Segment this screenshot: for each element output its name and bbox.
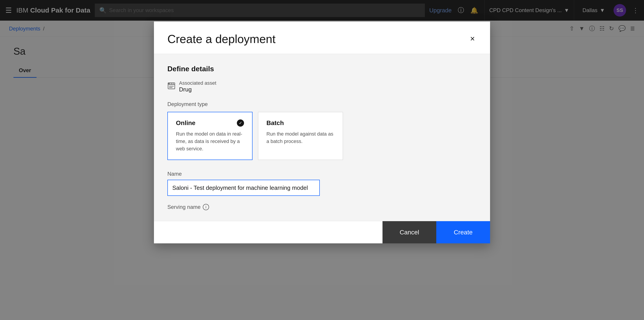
modal-body: Define details bbox=[154, 54, 490, 221]
serving-name-info-icon[interactable]: i bbox=[203, 204, 209, 210]
create-deployment-modal: Create a deployment × Define details bbox=[154, 22, 490, 243]
online-card-checkmark: ✓ bbox=[237, 120, 244, 126]
modal-title: Create a deployment bbox=[168, 32, 276, 46]
online-card-title: Online bbox=[176, 120, 196, 126]
modal-header: Create a deployment × bbox=[154, 22, 490, 54]
name-field-label: Name bbox=[168, 171, 476, 177]
define-details-heading: Define details bbox=[168, 65, 476, 73]
create-button[interactable]: Create bbox=[436, 221, 490, 243]
batch-card-header: Batch bbox=[266, 120, 334, 126]
deployment-cards: Online ✓ Run the model on data in real-t… bbox=[168, 112, 476, 160]
serving-name-label: Serving name i bbox=[168, 204, 476, 210]
asset-details: Associated asset Drug bbox=[179, 80, 216, 93]
modal-close-button[interactable]: × bbox=[468, 32, 476, 45]
batch-deployment-card[interactable]: Batch Run the model against data as a ba… bbox=[258, 112, 343, 160]
batch-card-description: Run the model against data as a batch pr… bbox=[266, 130, 334, 145]
online-card-description: Run the model on data in real-time, as d… bbox=[176, 130, 244, 152]
asset-label: Associated asset bbox=[179, 80, 216, 86]
asset-icon bbox=[168, 82, 176, 92]
online-card-header: Online ✓ bbox=[176, 120, 244, 126]
deployment-type-label: Deployment type bbox=[168, 101, 476, 107]
cancel-button[interactable]: Cancel bbox=[382, 221, 436, 243]
modal-footer: Cancel Create bbox=[154, 221, 490, 243]
modal-overlay: Create a deployment × Define details bbox=[0, 0, 644, 320]
name-input[interactable] bbox=[168, 180, 320, 196]
asset-name: Drug bbox=[179, 86, 216, 93]
batch-card-title: Batch bbox=[266, 120, 284, 126]
online-deployment-card[interactable]: Online ✓ Run the model on data in real-t… bbox=[168, 112, 252, 160]
associated-asset: Associated asset Drug bbox=[168, 80, 476, 93]
